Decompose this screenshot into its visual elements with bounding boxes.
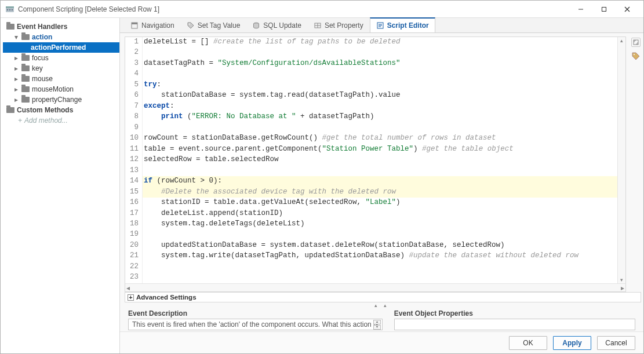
code-line[interactable]: 11table = event.source.parent.getCompone… <box>125 144 617 155</box>
sidebar-item-focus[interactable]: ▸focus <box>3 53 119 63</box>
close-button[interactable] <box>616 1 639 17</box>
code-line[interactable]: 1deleteList = [] #create the list of tag… <box>125 37 617 48</box>
spin-down-icon[interactable]: ▾ <box>373 325 381 330</box>
spin-up-icon[interactable]: ▴ <box>373 320 381 324</box>
code-line[interactable]: 5try: <box>125 80 617 90</box>
code-src[interactable] <box>143 69 617 79</box>
tag-icon[interactable] <box>631 52 641 61</box>
sidebar-item-actionPerformed[interactable]: actionPerformed <box>3 42 119 53</box>
code-src[interactable]: table = event.source.parent.getComponent… <box>143 144 617 155</box>
code-src[interactable]: try: <box>143 80 617 90</box>
sidebar-item-mouse[interactable]: ▸mouse <box>3 74 119 84</box>
tab-set-property[interactable]: Set Property <box>308 18 370 32</box>
vertical-scrollbar[interactable]: ▴ ▾ <box>617 37 625 283</box>
tab-navigation[interactable]: Navigation <box>125 18 181 32</box>
code-line[interactable]: 6 stationDataBase = system.tag.read(data… <box>125 90 617 101</box>
code-line[interactable]: 2 <box>125 48 617 58</box>
event-object-box[interactable] <box>394 319 635 330</box>
scroll-left-icon[interactable]: ◂ <box>126 284 130 292</box>
event-description-box[interactable]: This event is fired when the 'action' of… <box>128 319 383 330</box>
code-line[interactable]: 15 #Delete the associated device tag wit… <box>125 187 617 198</box>
minimize-button[interactable] <box>569 1 592 17</box>
sidebar-item-propertyChange[interactable]: ▸propertyChange <box>3 94 119 105</box>
code-line[interactable]: 20 updatedStationDataBase = system.datas… <box>125 240 617 251</box>
apply-button[interactable]: Apply <box>553 336 591 350</box>
tab-script-editor[interactable]: Script Editor <box>370 17 435 32</box>
code-line[interactable]: 16 stationID = table.data.getValueAt(sel… <box>125 198 617 208</box>
code-src[interactable] <box>143 229 617 240</box>
code-line[interactable]: 12selectedRow = table.selectedRow <box>125 155 617 165</box>
code-src[interactable]: system.tag.deleteTags(deleteList) <box>143 219 617 229</box>
tab-sql-update[interactable]: SQL Update <box>246 18 308 32</box>
code-line[interactable]: 13 <box>125 166 617 176</box>
code-src[interactable]: if (rowCount > 0): <box>143 176 617 187</box>
advanced-settings-label: Advanced Settings <box>136 294 197 301</box>
code-src[interactable] <box>143 272 617 283</box>
add-method-link[interactable]: +Add method... <box>3 116 119 125</box>
nav-icon <box>130 21 139 30</box>
code-line[interactable]: 22 <box>125 262 617 272</box>
code-src[interactable]: stationDataBase = system.tag.read(datase… <box>143 90 617 101</box>
code-src[interactable]: print ("ERROR: No Database at " + datase… <box>143 112 617 122</box>
sidebar-item-key[interactable]: ▸key <box>3 63 119 74</box>
code-scroll[interactable]: 1deleteList = [] #create the list of tag… <box>125 37 625 283</box>
sidebar-item-mouseMotion[interactable]: ▸mouseMotion <box>3 84 119 94</box>
code-src[interactable]: system.tag.write(datasetTagPath, updated… <box>143 251 617 261</box>
code-line[interactable]: 3datasetTagPath = "System/Configuration/… <box>125 59 617 69</box>
code-src[interactable]: deleteList.append(stationID) <box>143 209 617 219</box>
scroll-up-icon[interactable]: ▴ <box>620 37 623 44</box>
code-src[interactable] <box>143 262 617 272</box>
code-line[interactable]: 18 system.tag.deleteTags(deleteList) <box>125 219 617 229</box>
body: Event Handlers ▾actionactionPerformed▸fo… <box>1 18 643 353</box>
code-line[interactable]: 17 deleteList.append(stationID) <box>125 209 617 219</box>
code-line[interactable]: 19 <box>125 229 617 240</box>
code-src[interactable]: datasetTagPath = "System/Configuration/d… <box>143 59 617 69</box>
code-line[interactable]: 8 print ("ERROR: No Database at " + data… <box>125 112 617 122</box>
maximize-button[interactable] <box>592 1 616 17</box>
line-number: 18 <box>125 219 143 229</box>
cancel-button[interactable]: Cancel <box>597 336 635 350</box>
code-line[interactable]: 9 <box>125 123 617 133</box>
line-number: 5 <box>125 80 143 90</box>
chevron-down-icon: ▾ <box>13 33 19 41</box>
code-src[interactable]: deleteList = [] #create the list of tag … <box>143 37 617 48</box>
code-src[interactable] <box>143 166 617 176</box>
tab-set-tag-value[interactable]: Set Tag Value <box>181 18 247 32</box>
tab-label: Script Editor <box>387 21 429 30</box>
horizontal-scrollbar[interactable]: ◂ ▸ <box>125 283 625 291</box>
code-editor[interactable]: 1deleteList = [] #create the list of tag… <box>125 37 626 292</box>
line-number: 11 <box>125 144 143 155</box>
code-src[interactable]: except: <box>143 101 617 112</box>
folder-icon <box>21 55 30 61</box>
event-object-col: Event Object Properties <box>394 309 635 330</box>
scroll-down-icon[interactable]: ▾ <box>620 276 623 283</box>
code-src[interactable] <box>143 48 617 58</box>
line-number: 21 <box>125 251 143 261</box>
svg-point-18 <box>634 54 635 55</box>
code-line[interactable]: 4 <box>125 69 617 79</box>
code-line[interactable]: 14if (rowCount > 0): <box>125 176 617 187</box>
code-src[interactable]: updatedStationDataBase = system.dataset.… <box>143 240 617 251</box>
code-src[interactable]: selectedRow = table.selectedRow <box>143 155 617 165</box>
titlebar: Component Scripting [Delete Selected Row… <box>1 1 643 18</box>
folder-icon <box>6 24 14 30</box>
code-line[interactable]: 23 <box>125 272 617 283</box>
sidebar-item-action[interactable]: ▾action <box>3 32 119 42</box>
advanced-settings-toggle[interactable]: + Advanced Settings <box>125 292 641 302</box>
code-line[interactable]: 7except: <box>125 101 617 112</box>
line-number: 3 <box>125 59 143 69</box>
tab-label: SQL Update <box>263 21 301 30</box>
desc-spinner[interactable]: ▴ ▾ <box>373 320 381 330</box>
code-src[interactable]: #Delete the associated device tag with t… <box>143 187 617 198</box>
expand-icon[interactable] <box>631 38 641 47</box>
app-icon <box>5 5 14 14</box>
ok-button[interactable]: OK <box>509 336 547 350</box>
code-line[interactable]: 21 system.tag.write(datasetTagPath, upda… <box>125 251 617 261</box>
code-src[interactable]: stationID = table.data.getValueAt(select… <box>143 198 617 208</box>
code-src[interactable] <box>143 123 617 133</box>
pane-collapse-handle[interactable]: ▴ ▴ <box>120 302 643 307</box>
line-number: 20 <box>125 240 143 251</box>
code-src[interactable]: rowCount = stationDataBase.getRowCount()… <box>143 133 617 144</box>
scroll-right-icon[interactable]: ▸ <box>621 284 624 292</box>
code-line[interactable]: 10rowCount = stationDataBase.getRowCount… <box>125 133 617 144</box>
